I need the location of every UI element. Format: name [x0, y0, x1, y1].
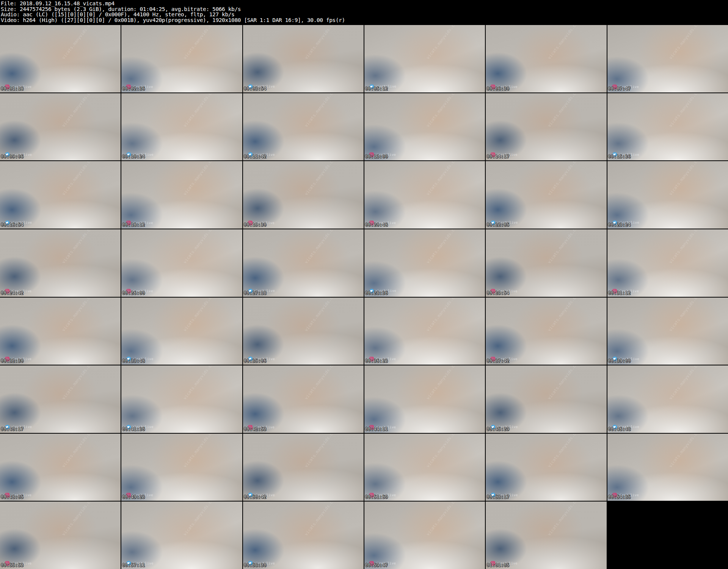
thumbnail-placeholder: [364, 229, 485, 297]
thumbnail-placeholder: [486, 365, 606, 433]
timestamp-overlay: 00:44:11: [365, 426, 388, 432]
video-thumbnail: vicats.manyvids.com vicatslive 00:26:00: [121, 229, 242, 297]
timestamp-overlay: 00:15:36: [608, 154, 631, 159]
video-thumbnail: vicats.manyvids.com vicatslive 00:22:05: [486, 161, 606, 229]
video-thumbnail: vicats.manyvids.com vicatslive 00:59:47: [364, 502, 485, 569]
thumbnail-placeholder: [0, 229, 121, 297]
thumbnail-placeholder: [121, 298, 242, 365]
timestamp-overlay: 00:27:18: [244, 290, 267, 296]
thumbnail-placeholder: [364, 502, 485, 569]
video-thumbnail: vicats.manyvids.com vicatslive 00:03:54: [243, 25, 364, 92]
thumbnail-grid: vicats.manyvids.com vicatslive 00:01:18 …: [0, 25, 728, 569]
timestamp-overlay: 00:57:11: [122, 563, 145, 568]
timestamp-overlay: 00:32:30: [1, 358, 24, 364]
timestamp-overlay: 00:36:23: [365, 358, 388, 364]
thumbnail-placeholder: [243, 93, 364, 161]
timestamp-overlay: 00:35:06: [244, 358, 267, 364]
timestamp-overlay: 00:53:17: [486, 494, 509, 500]
thumbnail-placeholder: [0, 93, 121, 161]
timestamp-overlay: 00:18:12: [122, 222, 145, 227]
timestamp-overlay: 00:54:35: [608, 494, 631, 500]
thumbnail-placeholder: [607, 502, 728, 569]
video-thumbnail: vicats.manyvids.com vicatslive 00:13:00: [364, 93, 485, 161]
video-thumbnail: vicats.manyvids.com vicatslive 00:45:29: [486, 365, 606, 433]
thumbnail-placeholder: [364, 25, 485, 92]
timestamp-overlay: 00:48:05: [1, 494, 24, 500]
thumbnail-placeholder: [486, 298, 606, 365]
timestamp-overlay: 00:45:29: [486, 426, 509, 432]
thumbnail-placeholder: [0, 365, 121, 433]
timestamp-overlay: 00:05:12: [365, 86, 388, 91]
video-thumbnail: vicats.manyvids.com vicatslive 00:46:48: [607, 365, 728, 433]
video-thumbnail: vicats.manyvids.com vicatslive 00:28:36: [364, 229, 485, 297]
thumbnail-placeholder: [486, 25, 606, 92]
thumbnail-placeholder: [121, 161, 242, 229]
video-thumbnail: vicats.manyvids.com vicatslive 00:02:36: [121, 25, 242, 92]
timestamp-overlay: 00:03:54: [244, 86, 267, 91]
thumbnail-placeholder: [0, 434, 121, 501]
timestamp-overlay: 00:24:42: [1, 290, 24, 296]
video-thumbnail: [607, 502, 728, 569]
video-thumbnail: vicats.manyvids.com vicatslive 00:37:42: [486, 298, 606, 365]
thumbnail-placeholder: [243, 25, 364, 92]
video-thumbnail: vicats.manyvids.com vicatslive 00:48:05: [0, 434, 121, 501]
timestamp-overlay: 00:20:48: [365, 222, 388, 227]
thumbnail-placeholder: [121, 93, 242, 161]
timestamp-overlay: 00:58:30: [244, 563, 267, 568]
thumbnail-placeholder: [607, 298, 728, 365]
timestamp-overlay: 00:02:36: [122, 86, 145, 91]
timestamp-overlay: 00:16:54: [1, 222, 24, 227]
thumbnail-placeholder: [607, 93, 728, 161]
video-thumbnail: vicats.manyvids.com vicatslive 00:05:12: [364, 25, 485, 92]
video-thumbnail: vicats.manyvids.com vicatslive 00:10:24: [121, 93, 242, 161]
video-thumbnail: vicats.manyvids.com vicatslive 00:50:42: [243, 434, 364, 501]
thumbnail-placeholder: [486, 502, 606, 569]
video-thumbnail: vicats.manyvids.com vicatslive 00:15:36: [607, 93, 728, 161]
timestamp-overlay: 00:59:47: [365, 563, 388, 568]
thumbnail-placeholder: [121, 502, 242, 569]
thumbnail-placeholder: [607, 25, 728, 92]
thumbnail-placeholder: [486, 93, 606, 161]
video-thumbnail: vicats.manyvids.com vicatslive 00:11:42: [243, 93, 364, 161]
video-thumbnail: vicats.manyvids.com vicatslive 00:41:36: [121, 365, 242, 433]
timestamp-overlay: 00:42:53: [244, 426, 267, 432]
video-thumbnail: vicats.manyvids.com vicatslive 00:27:18: [243, 229, 364, 297]
thumbnail-placeholder: [607, 229, 728, 297]
video-thumbnail: vicats.manyvids.com vicatslive 00:42:53: [243, 365, 364, 433]
thumbnail-placeholder: [121, 25, 242, 92]
video-thumbnail: vicats.manyvids.com vicatslive 00:33:48: [121, 298, 242, 365]
thumbnail-placeholder: [243, 298, 364, 365]
video-thumbnail: vicats.manyvids.com vicatslive 00:14:17: [486, 93, 606, 161]
video-thumbnail: vicats.manyvids.com vicatslive 00:18:12: [121, 161, 242, 229]
thumbnail-placeholder: [243, 434, 364, 501]
timestamp-overlay: 00:37:42: [486, 358, 509, 364]
thumbnail-placeholder: [364, 93, 485, 161]
timestamp-overlay: 00:23:24: [608, 222, 631, 227]
video-thumbnail: vicats.manyvids.com vicatslive 00:31:12: [607, 229, 728, 297]
video-thumbnail: vicats.manyvids.com vicatslive 00:55:53: [0, 502, 121, 569]
timestamp-overlay: 00:40:17: [1, 426, 24, 432]
timestamp-overlay: 00:11:42: [244, 154, 267, 159]
thumbnail-placeholder: [364, 298, 485, 365]
thumbnail-placeholder: [0, 298, 121, 365]
file-metadata-header: File: 2018.09.12_16.15.48_vicats.mp4 Siz…: [0, 0, 728, 25]
timestamp-overlay: 00:29:54: [486, 290, 509, 296]
video-thumbnail: vicats.manyvids.com vicatslive 00:40:17: [0, 365, 121, 433]
thumbnail-placeholder: [243, 161, 364, 229]
video-thumbnail: vicats.manyvids.com vicatslive 00:57:11: [121, 502, 242, 569]
video-thumbnail: vicats.manyvids.com vicatslive 00:36:23: [364, 298, 485, 365]
timestamp-overlay: 00:39:00: [608, 358, 631, 364]
video-thumbnail: vicats.manyvids.com vicatslive 00:20:48: [364, 161, 485, 229]
timestamp-overlay: 00:06:30: [486, 86, 509, 91]
size-line: Size: 2447574256 bytes (2.3 GiB), durati…: [1, 6, 728, 12]
thumbnail-placeholder: [486, 434, 606, 501]
thumbnail-placeholder: [0, 25, 121, 92]
video-thumbnail: vicats.manyvids.com vicatslive 00:58:30: [243, 502, 364, 569]
video-thumbnail: vicats.manyvids.com vicatslive 00:32:30: [0, 298, 121, 365]
thumbnail-placeholder: [486, 161, 606, 229]
timestamp-overlay: 00:41:36: [122, 426, 145, 432]
file-line: File: 2018.09.12_16.15.48_vicats.mp4: [1, 1, 728, 6]
thumbnail-placeholder: [121, 229, 242, 297]
video-thumbnail: vicats.manyvids.com vicatslive 00:24:42: [0, 229, 121, 297]
thumbnail-placeholder: [486, 229, 606, 297]
